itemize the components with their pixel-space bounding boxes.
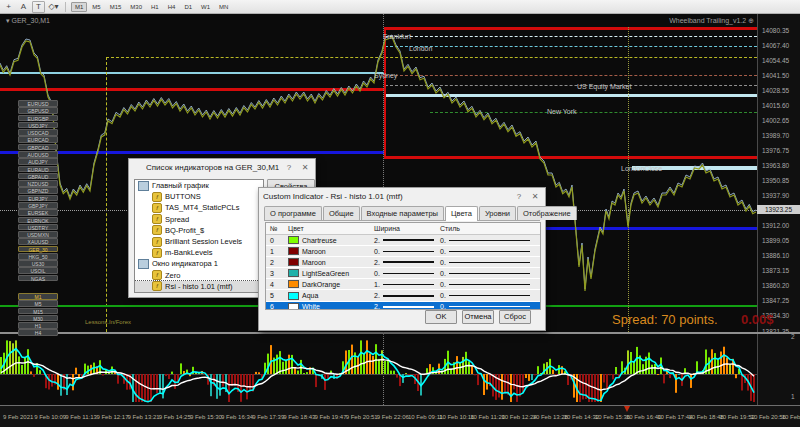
- colors-table-header: №ЦветШиринаСтиль: [266, 223, 540, 235]
- custom-indicator-titlebar[interactable]: Custom Indicator - Rsi - histo 1.01 (mtf…: [259, 188, 545, 205]
- symbol-button-gbpcad[interactable]: GBPCAD: [18, 144, 58, 151]
- chart-timeframe-m1[interactable]: M1: [18, 293, 58, 300]
- row-style: 0.: [440, 248, 540, 255]
- symbol-button-audusd[interactable]: AUDUSD: [18, 151, 58, 158]
- price-tick: 14080.35: [762, 27, 789, 34]
- symbol-button-nzdusd[interactable]: NZDUSD: [18, 180, 58, 187]
- symbol-button-eursek[interactable]: EURSEK: [18, 209, 58, 216]
- tree-item-bq-profit-[interactable]: fBQ-Profit_$: [135, 225, 263, 236]
- tab-уровни[interactable]: Уровни: [479, 206, 516, 220]
- symbol-button-xauusd[interactable]: XAUUSD: [18, 238, 58, 245]
- row-number: 4: [266, 281, 288, 288]
- symbol-button-eurusd[interactable]: EURUSD: [18, 100, 58, 107]
- symbol-button-eurjpy[interactable]: EURJPY: [18, 195, 58, 202]
- close-icon[interactable]: ✕: [299, 163, 311, 172]
- tab-входные-параметры[interactable]: Входные параметры: [361, 206, 444, 220]
- tab-цвета[interactable]: Цвета: [445, 206, 478, 221]
- column-header-2[interactable]: Ширина: [374, 225, 440, 232]
- chart-timeframe-h4[interactable]: H4: [18, 329, 58, 336]
- symbol-button-audjpy[interactable]: AUDJPY: [18, 158, 58, 165]
- time-axis[interactable]: 9 Feb 20219 Feb 10:099 Feb 11:139 Feb 12…: [0, 405, 800, 427]
- color-name: Chartreuse: [302, 237, 337, 244]
- column-header-3[interactable]: Стиль: [440, 225, 540, 232]
- button-отмена[interactable]: Отмена: [462, 310, 494, 324]
- price-tick: 13860.20: [762, 282, 789, 289]
- tree-item-окно-индикатора-1[interactable]: Окно индикатора 1: [135, 258, 263, 269]
- tree-item-главный-график[interactable]: Главный график: [135, 180, 263, 191]
- button-сброс[interactable]: Сброс: [499, 310, 531, 324]
- symbol-button-usdjpy[interactable]: USDJPY: [18, 122, 58, 129]
- tab-о-программе[interactable]: О программе: [264, 206, 322, 220]
- time-tick: 10 Feb 22:00: [782, 414, 800, 420]
- histogram-series: [0, 334, 757, 404]
- time-tick: 9 Feb 2021: [3, 414, 33, 420]
- function-icon: f: [152, 192, 162, 202]
- dialog-tabs: О программеОбщиеВходные параметрыЦветаУр…: [264, 206, 540, 221]
- symbol-button-gbpusd[interactable]: GBPUSD: [18, 107, 58, 114]
- column-header-1[interactable]: Цвет: [288, 225, 374, 232]
- tree-item-spread[interactable]: fSpread: [135, 214, 263, 225]
- row-width: 2.: [374, 259, 440, 266]
- tree-item-m-banklevels[interactable]: fm-BankLevels: [135, 247, 263, 258]
- custom-indicator-dialog: Custom Indicator - Rsi - histo 1.01 (mtf…: [258, 187, 546, 331]
- color-row-lightseagreen[interactable]: 3LightSeaGreen0.0.: [266, 268, 540, 279]
- indicator-list-titlebar[interactable]: Список индикаторов на GER_30,M1 ? ✕: [129, 159, 315, 175]
- symbol-button-euraud[interactable]: EURAUD: [18, 166, 58, 173]
- colors-table: №ЦветШиринаСтиль0Chartreuse2.0.1Maroon0.…: [265, 222, 541, 310]
- time-tick: 9 Feb 20:51: [346, 414, 378, 420]
- function-icon: f: [152, 281, 162, 291]
- symbol-button-gbpjpy[interactable]: GBPJPY: [18, 202, 58, 209]
- row-number: 6: [266, 303, 288, 310]
- function-icon: f: [152, 225, 162, 235]
- time-tick: 10 Feb 15:36: [595, 414, 630, 420]
- symbol-button-eurgbp[interactable]: EURGBP: [18, 115, 58, 122]
- axis-alert-marker: [624, 406, 630, 412]
- color-row-aqua[interactable]: 5Aqua2.0.: [266, 290, 540, 301]
- color-row-darkorange[interactable]: 4DarkOrange1.0.: [266, 279, 540, 290]
- tab-отображение[interactable]: Отображение: [517, 206, 577, 220]
- help-icon[interactable]: ?: [283, 163, 295, 172]
- button-ok[interactable]: OK: [425, 310, 457, 324]
- symbol-button-usdmxn[interactable]: USDMXN: [18, 231, 58, 238]
- symbol-button-us30[interactable]: US30: [18, 260, 58, 267]
- row-number: 0: [266, 237, 288, 244]
- tree-item-tas-mt4-staticpcls[interactable]: fTAS_MT4_StaticPCLs: [135, 202, 263, 213]
- symbol-button-gbpaud[interactable]: GBPAUD: [18, 173, 58, 180]
- chart-timeframe-m5[interactable]: M5: [18, 300, 58, 307]
- symbol-button-usdcad[interactable]: USDCAD: [18, 129, 58, 136]
- color-row-white[interactable]: 6White2.0.: [266, 302, 540, 310]
- tree-item-zero[interactable]: fZero: [135, 270, 263, 281]
- price-tick: 13899.05: [762, 237, 789, 244]
- chart-window-icon: [138, 259, 149, 269]
- color-row-chartreuse[interactable]: 0Chartreuse2.0.: [266, 235, 540, 246]
- symbol-button-ger_30[interactable]: GER_30: [18, 246, 58, 253]
- color-row-maroon[interactable]: 1Maroon0.0.: [266, 246, 540, 257]
- symbol-button-usdtry[interactable]: USDTRY: [18, 224, 58, 231]
- chart-timeframe-h1[interactable]: H1: [18, 322, 58, 329]
- symbol-button-eurcad[interactable]: EURCAD: [18, 136, 58, 143]
- row-color: White: [288, 303, 374, 310]
- width-line-sample: [383, 306, 434, 308]
- help-icon[interactable]: ?: [513, 192, 525, 201]
- price-tick: 13976.75: [762, 147, 789, 154]
- symbol-button-usoil[interactable]: USOIL: [18, 267, 58, 274]
- price-tick: 13873.15: [762, 267, 789, 274]
- tree-item-buttons[interactable]: fBUTTONS: [135, 191, 263, 202]
- chart-timeframe-m15[interactable]: M15: [18, 308, 58, 315]
- row-style: 0.: [440, 303, 540, 310]
- function-icon: f: [152, 270, 162, 280]
- color-row-maroon[interactable]: 2Maroon2.0.: [266, 257, 540, 268]
- column-header-0[interactable]: №: [266, 225, 288, 232]
- tree-item-brilliant-session-levels[interactable]: fBrilliant Session Levels: [135, 236, 263, 247]
- tab-общие[interactable]: Общие: [323, 206, 360, 220]
- symbol-button-gbpnzd[interactable]: GBPNZD: [18, 187, 58, 194]
- row-color: Chartreuse: [288, 236, 374, 244]
- symbol-button-ngas[interactable]: NGAS: [18, 275, 58, 282]
- symbol-button-eurnok[interactable]: EURNOK: [18, 217, 58, 224]
- tree-item-label: Zero: [165, 271, 180, 280]
- close-icon[interactable]: ✕: [529, 192, 541, 201]
- tree-item-rsi-histo-1-01-mtf-[interactable]: fRsi - histo 1.01 (mtf): [135, 281, 263, 292]
- chart-timeframe-m30[interactable]: M30: [18, 315, 58, 322]
- time-tick: 9 Feb 13:21: [128, 414, 160, 420]
- symbol-button-hkg_50[interactable]: HKG_50: [18, 253, 58, 260]
